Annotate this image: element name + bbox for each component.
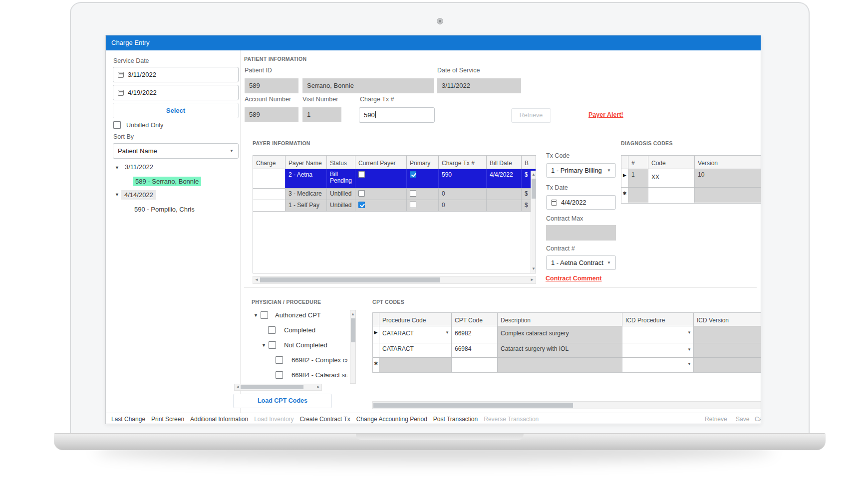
cell-charge[interactable] xyxy=(253,200,286,211)
scrollbar-thumb[interactable] xyxy=(351,318,355,342)
authorized-cpt-checkbox[interactable] xyxy=(261,311,268,319)
cell-procedure-code[interactable]: CATARACT xyxy=(379,326,452,343)
scroll-left-icon[interactable]: ◄ xyxy=(236,384,240,391)
scrollbar-thumb[interactable] xyxy=(260,277,440,282)
service-date-to-input[interactable]: 4/19/2022 xyxy=(113,85,239,100)
tree-patient-node-1[interactable]: 589 - Serrano, Bonnie xyxy=(133,177,201,186)
cell-procedure-code[interactable] xyxy=(379,358,452,372)
payer-row[interactable]: 3 - Medicare Unbilled 0 $ xyxy=(253,189,536,200)
sort-by-select[interactable]: Patient Name xyxy=(113,143,239,159)
expander-down-icon[interactable] xyxy=(115,192,119,197)
cell-procedure-code[interactable]: CATARACT xyxy=(379,343,452,357)
cell-code[interactable] xyxy=(648,188,695,203)
col-header-cpt-code[interactable]: CPT Code xyxy=(452,313,498,326)
unbilled-only-checkbox[interactable] xyxy=(113,121,121,129)
diagnosis-new-row[interactable] xyxy=(621,188,761,203)
scroll-down-icon[interactable]: ▼ xyxy=(532,265,536,272)
tree-date-node-1[interactable]: 3/11/2022 xyxy=(125,163,153,171)
load-cpt-codes-button[interactable]: Load CPT Codes xyxy=(233,394,332,408)
col-header-num[interactable]: # xyxy=(628,156,648,169)
cpt-new-row[interactable] xyxy=(373,358,761,372)
tx-date-input[interactable]: 4/4/2022 xyxy=(546,195,616,210)
expander-down-icon[interactable] xyxy=(262,343,266,348)
tree-patient-node-2[interactable]: 590 - Pompilio, Chris xyxy=(134,206,195,213)
col-header-current-payer[interactable]: Current Payer xyxy=(355,156,407,169)
scroll-up-icon[interactable]: ▲ xyxy=(351,311,355,318)
service-date-from-input[interactable]: 3/11/2022 xyxy=(113,67,239,82)
col-header-procedure-code[interactable]: Procedure Code xyxy=(379,313,452,326)
payer-row-selected[interactable]: 2 - Aetna Bill Pending 590 4/4/2022 $ xyxy=(253,169,536,189)
scroll-up-icon[interactable]: ▲ xyxy=(532,171,536,178)
scrollbar-thumb[interactable] xyxy=(373,403,573,408)
tx-code-select[interactable]: 1 - Primary Billing xyxy=(546,163,616,178)
scroll-right-icon[interactable]: ► xyxy=(530,276,534,283)
print-screen-button[interactable]: Print Screen xyxy=(151,416,184,423)
scrollbar-thumb[interactable] xyxy=(241,385,303,389)
additional-information-button[interactable]: Additional Information xyxy=(190,416,248,423)
col-header-payer-name[interactable]: Payer Name xyxy=(286,156,327,169)
tree-vscrollbar[interactable]: ▲ xyxy=(350,310,356,384)
cpt-66982-checkbox[interactable] xyxy=(276,356,283,364)
change-accounting-period-button[interactable]: Change Accounting Period xyxy=(356,416,427,423)
window-titlebar[interactable]: Charge Entry xyxy=(106,35,761,50)
dropdown-arrow-icon[interactable]: ▼ xyxy=(324,373,328,377)
cpt-66984-checkbox[interactable] xyxy=(276,371,283,379)
tree-date-node-2[interactable]: 4/14/2022 xyxy=(121,190,156,200)
cell-cpt-code[interactable] xyxy=(452,358,498,372)
payer-row[interactable]: 1 - Self Pay Unbilled 0 $ xyxy=(253,200,536,212)
scroll-right-icon[interactable]: ► xyxy=(316,384,320,391)
create-contract-tx-button[interactable]: Create Contract Tx xyxy=(300,416,350,423)
payer-table-vscrollbar[interactable]: ▲ ▼ xyxy=(531,171,536,273)
tree-hscrollbar[interactable]: ◄ ► xyxy=(234,384,322,391)
save-toolbar-button[interactable]: Save xyxy=(736,416,749,423)
scrollbar-thumb[interactable] xyxy=(532,179,536,199)
completed-checkbox[interactable] xyxy=(268,326,276,334)
cell-icd-procedure[interactable] xyxy=(622,343,694,357)
tree-item-not-completed[interactable]: Not Completed xyxy=(284,341,327,349)
retrieve-toolbar-button[interactable]: Retrieve xyxy=(705,416,727,423)
cell-code[interactable]: XX xyxy=(648,169,695,187)
expander-down-icon[interactable] xyxy=(254,313,258,318)
primary-checkbox[interactable] xyxy=(410,171,416,178)
col-header-charge-tx[interactable]: Charge Tx # xyxy=(439,156,487,169)
primary-checkbox[interactable] xyxy=(410,190,416,197)
col-header-description[interactable]: Description xyxy=(498,313,622,326)
retrieve-button[interactable]: Retrieve xyxy=(511,108,551,123)
post-transaction-button[interactable]: Post Transaction xyxy=(433,416,478,423)
cell-cpt-code[interactable]: 66984 xyxy=(452,343,498,357)
last-change-button[interactable]: Last Change xyxy=(111,416,145,423)
col-header-charge[interactable]: Charge xyxy=(253,156,286,169)
charge-tx-input[interactable]: 590 xyxy=(359,107,435,123)
tree-item-66984[interactable]: 66984 - Cataract surg xyxy=(291,371,347,379)
col-header-bill-date[interactable]: Bill Date xyxy=(487,156,522,169)
current-payer-checkbox[interactable] xyxy=(358,190,365,197)
cell-payer-name[interactable]: 3 - Medicare xyxy=(286,189,327,200)
cpt-row[interactable]: CATARACT 66984 Cataract surgery with IOL xyxy=(373,343,761,358)
current-payer-checkbox[interactable] xyxy=(358,202,365,208)
scroll-left-icon[interactable]: ◄ xyxy=(255,276,259,283)
col-header-icd-procedure[interactable]: ICD Procedure xyxy=(622,313,694,326)
payer-alert-link[interactable]: Payer Alert! xyxy=(588,111,623,118)
cell-charge[interactable] xyxy=(253,169,286,188)
cpt-row[interactable]: CATARACT 66982 Complex cataract surgery xyxy=(373,326,761,343)
cell-icd-procedure[interactable] xyxy=(622,326,694,343)
cell-cpt-code[interactable]: 66982 xyxy=(452,326,498,343)
payer-table-hscrollbar[interactable]: ◄ ► xyxy=(253,276,536,284)
contract-number-select[interactable]: 1 - Aetna Contract xyxy=(546,255,616,270)
diagnosis-row[interactable]: 1 XX 10 xyxy=(621,169,761,188)
col-header-code[interactable]: Code xyxy=(648,156,695,169)
tree-item-66982[interactable]: 66982 - Complex cata xyxy=(291,356,347,364)
expander-down-icon[interactable] xyxy=(115,165,119,170)
select-button[interactable]: Select xyxy=(113,103,239,118)
col-header-icd-version[interactable]: ICD Version xyxy=(694,313,761,326)
tree-item-authorized-cpt[interactable]: Authorized CPT xyxy=(275,311,321,319)
cpt-table-hscrollbar[interactable] xyxy=(372,401,761,409)
tree-item-completed[interactable]: Completed xyxy=(284,326,315,334)
col-header-billed[interactable]: B xyxy=(522,156,536,169)
cancel-toolbar-button[interactable]: Cancel xyxy=(755,416,761,423)
primary-checkbox[interactable] xyxy=(410,202,416,208)
col-header-primary[interactable]: Primary xyxy=(407,156,439,169)
col-header-version[interactable]: Version xyxy=(695,156,761,169)
cell-payer-name[interactable]: 1 - Self Pay xyxy=(286,200,327,211)
contract-comment-link[interactable]: Contract Comment xyxy=(546,275,602,282)
